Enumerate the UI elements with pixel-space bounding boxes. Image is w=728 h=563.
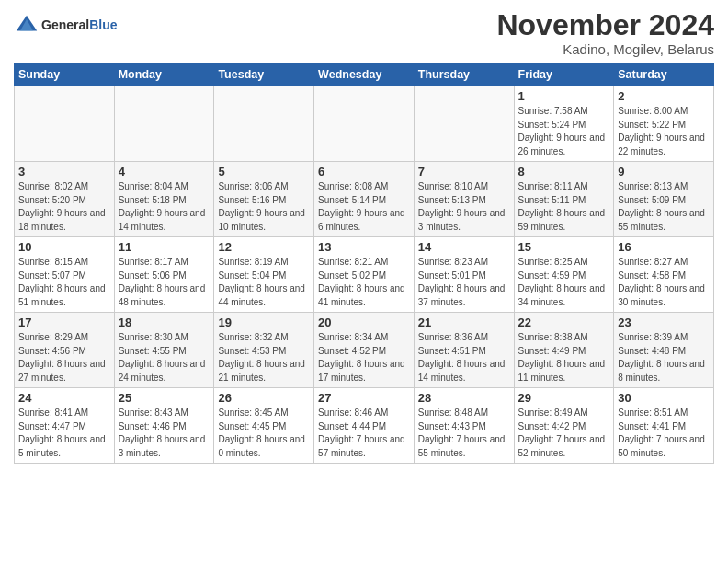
day-number: 26 [218,391,310,405]
day-number: 6 [318,165,410,178]
day-number: 25 [119,391,210,405]
day-cell: 22Sunrise: 8:38 AM Sunset: 4:49 PM Dayli… [514,313,614,388]
header: GeneralBlue Blue November 2024 Kadino, M… [14,9,714,57]
day-cell: 28Sunrise: 8:48 AM Sunset: 4:43 PM Dayli… [414,388,514,464]
day-info: Sunrise: 8:23 AM Sunset: 5:01 PM Dayligh… [418,256,510,309]
day-info: Sunrise: 8:15 AM Sunset: 5:07 PM Dayligh… [18,256,110,309]
day-info: Sunrise: 8:02 AM Sunset: 5:20 PM Dayligh… [18,180,110,234]
day-info: Sunrise: 8:25 AM Sunset: 4:59 PM Dayligh… [518,256,610,309]
day-number: 24 [18,391,110,405]
day-info: Sunrise: 8:13 AM Sunset: 5:09 PM Dayligh… [618,180,710,234]
day-info: Sunrise: 8:08 AM Sunset: 5:14 PM Dayligh… [318,180,410,234]
day-cell: 25Sunrise: 8:43 AM Sunset: 4:46 PM Dayli… [114,388,214,464]
day-cell: 4Sunrise: 8:04 AM Sunset: 5:18 PM Daylig… [114,162,214,237]
day-number: 18 [119,316,210,329]
day-cell: 6Sunrise: 8:08 AM Sunset: 5:14 PM Daylig… [314,162,415,237]
day-info: Sunrise: 8:06 AM Sunset: 5:16 PM Dayligh… [218,180,310,234]
day-number: 15 [518,240,610,254]
day-number: 28 [418,391,510,405]
calendar-header-row: Sunday Monday Tuesday Wednesday Thursday… [15,63,714,86]
day-info: Sunrise: 8:43 AM Sunset: 4:46 PM Dayligh… [119,407,210,460]
day-info: Sunrise: 8:29 AM Sunset: 4:56 PM Dayligh… [18,331,110,385]
day-info: Sunrise: 8:30 AM Sunset: 4:55 PM Dayligh… [119,331,210,385]
day-number: 23 [618,316,710,329]
location: Kadino, Mogilev, Belarus [496,41,714,57]
day-cell: 13Sunrise: 8:21 AM Sunset: 5:02 PM Dayli… [314,237,415,313]
week-row-3: 10Sunrise: 8:15 AM Sunset: 5:07 PM Dayli… [15,237,714,313]
week-row-5: 24Sunrise: 8:41 AM Sunset: 4:47 PM Dayli… [15,388,714,464]
day-info: Sunrise: 8:36 AM Sunset: 4:51 PM Dayligh… [418,331,510,385]
day-info: Sunrise: 8:27 AM Sunset: 4:58 PM Dayligh… [618,256,710,309]
day-info: Sunrise: 8:17 AM Sunset: 5:06 PM Dayligh… [119,256,210,309]
col-saturday: Saturday [614,63,714,86]
day-info: Sunrise: 8:34 AM Sunset: 4:52 PM Dayligh… [318,331,410,385]
day-number: 2 [618,89,710,103]
day-info: Sunrise: 7:58 AM Sunset: 5:24 PM Dayligh… [518,105,610,158]
day-cell: 14Sunrise: 8:23 AM Sunset: 5:01 PM Dayli… [414,237,514,313]
day-number: 4 [119,165,210,178]
day-info: Sunrise: 8:19 AM Sunset: 5:04 PM Dayligh… [218,256,310,309]
day-number: 22 [518,316,610,329]
day-number: 27 [318,391,410,405]
day-cell: 3Sunrise: 8:02 AM Sunset: 5:20 PM Daylig… [15,162,115,237]
col-sunday: Sunday [15,63,115,86]
day-number: 17 [18,316,110,329]
day-cell: 26Sunrise: 8:45 AM Sunset: 4:45 PM Dayli… [214,388,314,464]
logo-blue: Blue [89,17,117,32]
day-number: 29 [518,391,610,405]
day-cell: 21Sunrise: 8:36 AM Sunset: 4:51 PM Dayli… [414,313,514,388]
day-info: Sunrise: 8:38 AM Sunset: 4:49 PM Dayligh… [518,331,610,385]
day-cell: 2Sunrise: 8:00 AM Sunset: 5:22 PM Daylig… [614,86,714,162]
day-cell: 11Sunrise: 8:17 AM Sunset: 5:06 PM Dayli… [114,237,214,313]
week-row-1: 1Sunrise: 7:58 AM Sunset: 5:24 PM Daylig… [15,86,714,162]
day-info: Sunrise: 8:46 AM Sunset: 4:44 PM Dayligh… [318,407,410,460]
day-cell: 20Sunrise: 8:34 AM Sunset: 4:52 PM Dayli… [314,313,415,388]
day-number: 16 [618,240,710,254]
col-friday: Friday [514,63,614,86]
col-tuesday: Tuesday [214,63,314,86]
col-thursday: Thursday [414,63,514,86]
day-number: 12 [218,240,310,254]
week-row-4: 17Sunrise: 8:29 AM Sunset: 4:56 PM Dayli… [15,313,714,388]
day-number: 19 [218,316,310,329]
day-cell [314,86,415,162]
day-cell [414,86,514,162]
title-block: November 2024 Kadino, Mogilev, Belarus [496,9,714,57]
day-info: Sunrise: 8:04 AM Sunset: 5:18 PM Dayligh… [119,180,210,234]
calendar: Sunday Monday Tuesday Wednesday Thursday… [14,63,714,464]
day-cell [114,86,214,162]
day-cell: 16Sunrise: 8:27 AM Sunset: 4:58 PM Dayli… [614,237,714,313]
day-info: Sunrise: 8:39 AM Sunset: 4:48 PM Dayligh… [618,331,710,385]
day-cell: 17Sunrise: 8:29 AM Sunset: 4:56 PM Dayli… [15,313,115,388]
day-cell: 19Sunrise: 8:32 AM Sunset: 4:53 PM Dayli… [214,313,314,388]
day-number: 14 [418,240,510,254]
day-number: 7 [418,165,510,178]
day-info: Sunrise: 8:48 AM Sunset: 4:43 PM Dayligh… [418,407,510,460]
day-number: 1 [518,89,610,103]
month-title: November 2024 [496,9,714,41]
logo: GeneralBlue Blue [14,13,117,39]
day-number: 13 [318,240,410,254]
col-wednesday: Wednesday [314,63,415,86]
day-cell: 9Sunrise: 8:13 AM Sunset: 5:09 PM Daylig… [614,162,714,237]
page: GeneralBlue Blue November 2024 Kadino, M… [0,0,728,563]
day-info: Sunrise: 8:45 AM Sunset: 4:45 PM Dayligh… [218,407,310,460]
day-info: Sunrise: 8:41 AM Sunset: 4:47 PM Dayligh… [18,407,110,460]
day-info: Sunrise: 8:32 AM Sunset: 4:53 PM Dayligh… [218,331,310,385]
day-cell: 30Sunrise: 8:51 AM Sunset: 4:41 PM Dayli… [614,388,714,464]
day-number: 30 [618,391,710,405]
day-cell: 7Sunrise: 8:10 AM Sunset: 5:13 PM Daylig… [414,162,514,237]
day-cell: 10Sunrise: 8:15 AM Sunset: 5:07 PM Dayli… [15,237,115,313]
day-number: 9 [618,165,710,178]
day-cell [15,86,115,162]
day-cell: 24Sunrise: 8:41 AM Sunset: 4:47 PM Dayli… [15,388,115,464]
day-number: 10 [18,240,110,254]
day-cell [214,86,314,162]
day-cell: 1Sunrise: 7:58 AM Sunset: 5:24 PM Daylig… [514,86,614,162]
day-info: Sunrise: 8:00 AM Sunset: 5:22 PM Dayligh… [618,105,710,158]
logo-icon [14,13,40,39]
col-monday: Monday [114,63,214,86]
day-cell: 18Sunrise: 8:30 AM Sunset: 4:55 PM Dayli… [114,313,214,388]
day-cell: 8Sunrise: 8:11 AM Sunset: 5:11 PM Daylig… [514,162,614,237]
day-cell: 15Sunrise: 8:25 AM Sunset: 4:59 PM Dayli… [514,237,614,313]
